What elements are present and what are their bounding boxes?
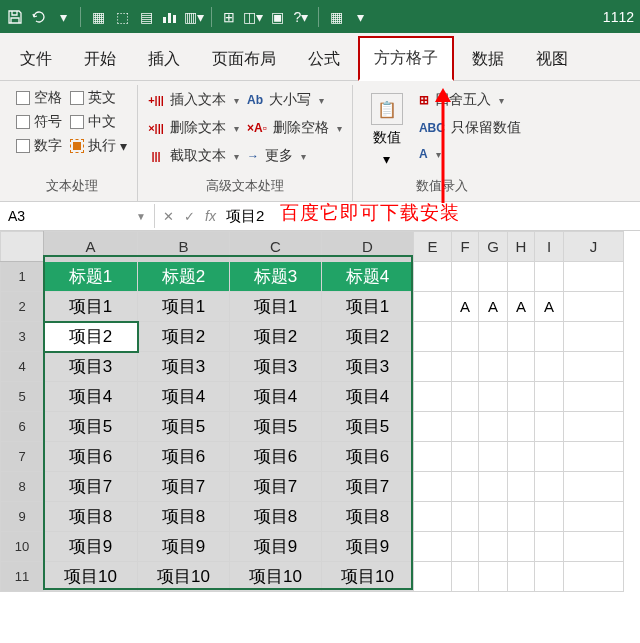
cmd-delete-text[interactable]: ×|||删除文本▾	[148, 117, 239, 139]
cell[interactable]	[564, 352, 624, 382]
cell[interactable]	[508, 562, 535, 592]
cell[interactable]: 标题2	[138, 262, 230, 292]
undo-icon[interactable]	[30, 8, 48, 26]
col-header[interactable]: H	[508, 232, 535, 262]
cell[interactable]: 项目2	[230, 322, 322, 352]
cell[interactable]	[479, 472, 508, 502]
row-header[interactable]: 3	[1, 322, 44, 352]
cell[interactable]	[452, 262, 479, 292]
cell[interactable]: 项目1	[230, 292, 322, 322]
cell[interactable]	[452, 412, 479, 442]
cell[interactable]	[564, 412, 624, 442]
cell[interactable]	[414, 532, 452, 562]
cell[interactable]: 项目7	[230, 472, 322, 502]
cell[interactable]: 项目5	[44, 412, 138, 442]
row-header[interactable]: 5	[1, 382, 44, 412]
col-header[interactable]: E	[414, 232, 452, 262]
cell[interactable]	[508, 322, 535, 352]
cell[interactable]: 项目8	[44, 502, 138, 532]
cell[interactable]: 标题1	[44, 262, 138, 292]
tool-icon[interactable]: ▣	[268, 8, 286, 26]
col-header[interactable]: I	[535, 232, 564, 262]
tool-icon[interactable]: ⬚	[113, 8, 131, 26]
tab-insert[interactable]: 插入	[134, 39, 194, 80]
chk-space[interactable]: 空格	[16, 89, 62, 107]
cell[interactable]: 项目6	[230, 442, 322, 472]
cell[interactable]	[414, 352, 452, 382]
cell[interactable]	[535, 502, 564, 532]
cell[interactable]: 项目1	[138, 292, 230, 322]
cell[interactable]: 项目10	[44, 562, 138, 592]
cell[interactable]	[414, 292, 452, 322]
cell[interactable]	[508, 352, 535, 382]
cell[interactable]: 项目4	[138, 382, 230, 412]
cell[interactable]	[414, 412, 452, 442]
col-header[interactable]: J	[564, 232, 624, 262]
cell[interactable]: 项目10	[138, 562, 230, 592]
cell[interactable]	[479, 262, 508, 292]
cancel-icon[interactable]: ✕	[163, 209, 174, 224]
cell[interactable]: 项目5	[322, 412, 414, 442]
cell[interactable]	[414, 322, 452, 352]
cell[interactable]	[508, 412, 535, 442]
cell[interactable]	[452, 442, 479, 472]
cell[interactable]	[535, 322, 564, 352]
cell[interactable]	[452, 502, 479, 532]
cell[interactable]	[452, 532, 479, 562]
cmd-del-space[interactable]: ×A▫删除空格▾	[247, 117, 342, 139]
cmd-cut-text[interactable]: |||截取文本▾	[148, 145, 239, 167]
cell[interactable]: 项目3	[138, 352, 230, 382]
row-header[interactable]: 11	[1, 562, 44, 592]
row-header[interactable]: 4	[1, 352, 44, 382]
cell[interactable]: 项目7	[44, 472, 138, 502]
chk-execute[interactable]: 执行▾	[70, 137, 127, 155]
row-header[interactable]: 6	[1, 412, 44, 442]
col-header[interactable]: G	[479, 232, 508, 262]
cell[interactable]: 项目3	[44, 352, 138, 382]
cell[interactable]: 项目6	[44, 442, 138, 472]
row-header[interactable]: 7	[1, 442, 44, 472]
tool-icon[interactable]: ▤	[137, 8, 155, 26]
tool-icon[interactable]: ▦	[327, 8, 345, 26]
fx-icon[interactable]: fx	[205, 208, 216, 224]
cell[interactable]	[564, 472, 624, 502]
cell[interactable]: 项目1	[44, 292, 138, 322]
row-header[interactable]: 2	[1, 292, 44, 322]
cell[interactable]: 项目1	[322, 292, 414, 322]
cell[interactable]: 项目7	[138, 472, 230, 502]
cell[interactable]: 项目2	[322, 322, 414, 352]
cmd-more[interactable]: →更多▾	[247, 145, 342, 167]
chk-symbol[interactable]: 符号	[16, 113, 62, 131]
cell[interactable]: 项目4	[230, 382, 322, 412]
tool-icon[interactable]: ⊞	[220, 8, 238, 26]
cell[interactable]	[535, 472, 564, 502]
cell[interactable]: 项目8	[230, 502, 322, 532]
cell[interactable]: 标题4	[322, 262, 414, 292]
cell[interactable]	[564, 382, 624, 412]
cell[interactable]	[479, 562, 508, 592]
cell[interactable]: 项目3	[322, 352, 414, 382]
cell[interactable]: 项目10	[230, 562, 322, 592]
cell[interactable]: 项目2	[44, 322, 138, 352]
cmd-case[interactable]: Ab大小写▾	[247, 89, 342, 111]
cell[interactable]: 项目7	[322, 472, 414, 502]
cell[interactable]	[508, 532, 535, 562]
cell[interactable]: 项目9	[44, 532, 138, 562]
cell[interactable]: 项目4	[322, 382, 414, 412]
cell[interactable]	[414, 562, 452, 592]
cell[interactable]	[564, 292, 624, 322]
cell[interactable]: 项目6	[322, 442, 414, 472]
cell[interactable]: 项目9	[322, 532, 414, 562]
cell[interactable]	[564, 262, 624, 292]
cell[interactable]	[414, 262, 452, 292]
row-header[interactable]: 1	[1, 262, 44, 292]
tool-icon[interactable]: ◫▾	[244, 8, 262, 26]
col-header[interactable]: D	[322, 232, 414, 262]
tool-icon[interactable]: ▥▾	[185, 8, 203, 26]
cell[interactable]: 项目3	[230, 352, 322, 382]
cell[interactable]	[535, 562, 564, 592]
tab-layout[interactable]: 页面布局	[198, 39, 290, 80]
cell[interactable]	[508, 502, 535, 532]
col-header[interactable]: C	[230, 232, 322, 262]
cell[interactable]: A	[452, 292, 479, 322]
